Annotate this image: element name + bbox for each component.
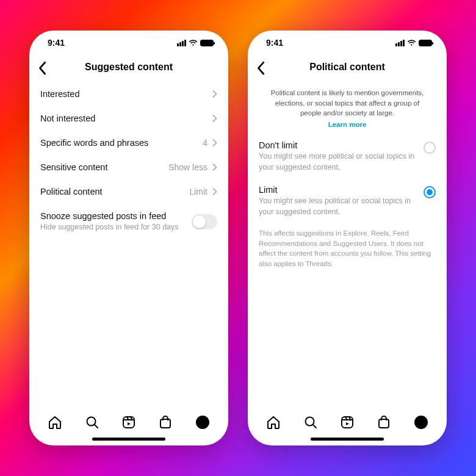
option-desc: You might see less political or social t… xyxy=(259,196,417,217)
home-indicator xyxy=(311,438,384,441)
search-icon[interactable] xyxy=(85,415,99,430)
radio-dont-limit[interactable] xyxy=(424,142,436,154)
status-time: 9:41 xyxy=(48,38,65,48)
wifi-icon xyxy=(407,40,416,46)
chevron-right-icon xyxy=(212,164,217,171)
political-content-settings: Political content is likely to mention g… xyxy=(248,79,447,407)
back-button[interactable] xyxy=(38,61,46,73)
option-title: Limit xyxy=(259,185,417,195)
shop-icon[interactable] xyxy=(377,415,391,430)
nav-header: Suggested content xyxy=(29,55,228,79)
home-icon[interactable] xyxy=(48,415,62,430)
chevron-right-icon xyxy=(212,115,217,122)
option-desc: You might see more political or social t… xyxy=(259,151,417,173)
row-label: Not interested xyxy=(40,114,95,123)
snooze-label: Snooze suggested posts in feed xyxy=(40,211,179,221)
row-value: 4 xyxy=(203,138,207,148)
toggle-knob xyxy=(193,215,206,228)
svg-rect-2 xyxy=(160,419,170,428)
battery-icon xyxy=(419,40,432,46)
chevron-right-icon xyxy=(212,90,217,98)
chevron-right-icon xyxy=(212,139,217,146)
row-label: Political content xyxy=(40,187,103,197)
back-button[interactable] xyxy=(256,61,265,73)
battery-icon xyxy=(200,40,214,46)
row-snooze: Snooze suggested posts in feed Hide sugg… xyxy=(29,204,228,240)
intro-text: Political content is likely to mention g… xyxy=(265,88,430,118)
option-title: Don't limit xyxy=(259,140,417,150)
wifi-icon xyxy=(189,40,198,46)
intro-block: Political content is likely to mention g… xyxy=(248,82,447,133)
row-label: Specific words and phrases xyxy=(40,138,148,148)
reels-icon[interactable] xyxy=(121,415,136,430)
radio-limit[interactable] xyxy=(424,186,436,198)
status-indicators xyxy=(395,40,432,46)
phone-political-content: 9:41 Political content Political content… xyxy=(248,31,447,445)
tab-bar xyxy=(248,407,447,438)
row-specific-words[interactable]: Specific words and phrases 4 xyxy=(29,131,228,155)
status-time: 9:41 xyxy=(266,38,283,48)
status-bar: 9:41 xyxy=(29,31,228,55)
shop-icon[interactable] xyxy=(158,415,173,430)
learn-more-link[interactable]: Learn more xyxy=(328,121,367,128)
cellular-icon xyxy=(395,40,405,46)
page-title: Suggested content xyxy=(85,62,173,73)
status-indicators xyxy=(177,40,214,46)
snooze-sub: Hide suggested posts in feed for 30 days xyxy=(40,222,179,233)
search-icon[interactable] xyxy=(303,415,318,430)
snooze-toggle[interactable] xyxy=(192,214,217,229)
svg-rect-1 xyxy=(123,417,134,428)
chevron-right-icon xyxy=(212,188,217,195)
home-indicator xyxy=(92,438,165,441)
row-value: Limit xyxy=(189,187,207,197)
home-icon[interactable] xyxy=(266,415,281,430)
profile-icon[interactable] xyxy=(195,415,210,430)
svg-rect-4 xyxy=(342,417,353,428)
row-label: Interested xyxy=(40,89,80,99)
row-interested[interactable]: Interested xyxy=(29,82,228,106)
footnote: This affects suggestions in Explore, Ree… xyxy=(248,222,447,275)
option-dont-limit[interactable]: Don't limit You might see more political… xyxy=(248,133,447,178)
row-not-interested[interactable]: Not interested xyxy=(29,106,228,131)
status-bar: 9:41 xyxy=(248,31,447,55)
svg-rect-5 xyxy=(379,419,389,428)
option-limit[interactable]: Limit You might see less political or so… xyxy=(248,178,447,222)
row-label: Sensitive content xyxy=(40,162,107,172)
tab-bar xyxy=(29,407,228,438)
row-sensitive-content[interactable]: Sensitive content Show less xyxy=(29,155,228,179)
page-title: Political content xyxy=(309,62,385,73)
nav-header: Political content xyxy=(248,55,447,79)
profile-icon[interactable] xyxy=(414,415,428,430)
cellular-icon xyxy=(177,40,186,46)
row-political-content[interactable]: Political content Limit xyxy=(29,179,228,204)
settings-list: Interested Not interested Specific words… xyxy=(29,79,228,407)
reels-icon[interactable] xyxy=(340,415,355,430)
row-value: Show less xyxy=(168,162,207,172)
phone-suggested-content: 9:41 Suggested content Interested Not in… xyxy=(29,31,228,445)
